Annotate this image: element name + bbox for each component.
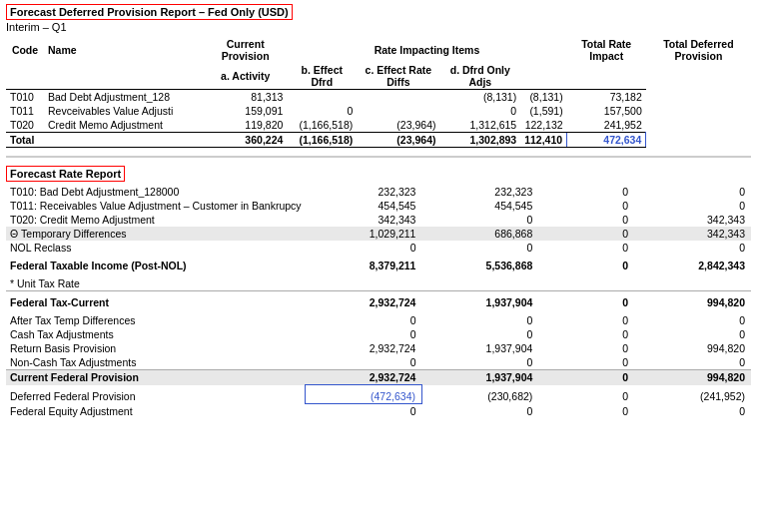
rate-table-row: After Tax Temp Differences0000 xyxy=(6,309,751,327)
rate-table-row: NOL Reclass0000 xyxy=(6,241,751,255)
top-report-section: Forecast Deferred Provision Report – Fed… xyxy=(6,4,751,148)
total-row: Total 360,224 (1,166,518) (23,964) 1,302… xyxy=(6,133,751,148)
row-t011-c: 0 xyxy=(439,104,520,118)
rate-row-label: Θ Temporary Differences xyxy=(6,227,306,241)
rate-row-c3: 0 xyxy=(538,199,634,213)
row-t020-a: (1,166,518) xyxy=(287,118,357,133)
row-t011-code: T011 xyxy=(6,104,44,118)
col-b-header: b. Effect Dfrd xyxy=(287,63,357,90)
rate-row-label: Deferred Federal Provision xyxy=(6,385,306,404)
row-t010-current: 81,313 xyxy=(204,90,287,105)
rate-row-c2: 1,937,904 xyxy=(421,370,538,385)
rate-row-c4: (241,952) xyxy=(634,385,751,404)
table-row: T020 Credit Memo Adjustment 119,820 (1,1… xyxy=(6,118,751,133)
table-header-row1: Code Name Current Provision Rate Impacti… xyxy=(6,37,751,63)
rate-row-c3: 0 xyxy=(538,291,634,310)
rate-row-c4 xyxy=(634,272,751,291)
row-t010-name: Bad Debt Adjustment_128 xyxy=(44,90,204,105)
rate-row-label: Federal Equity Adjustment xyxy=(6,404,306,419)
rate-row-c4: 0 xyxy=(634,185,751,199)
total-deferred: 472,634 xyxy=(567,133,646,148)
rate-row-c4: 0 xyxy=(634,309,751,327)
row-t011-total: 157,500 xyxy=(567,104,646,118)
table-row: T010 Bad Debt Adjustment_128 81,313 (8,1… xyxy=(6,90,751,105)
rate-row-c1: 0 xyxy=(306,327,422,341)
row-t010-a xyxy=(287,90,357,105)
rate-row-c2: 1,937,904 xyxy=(421,341,538,355)
row-t020-b: (23,964) xyxy=(357,118,439,133)
rate-row-c1: 0 xyxy=(306,309,422,327)
rate-table-row: Deferred Federal Provision(472,634)(230,… xyxy=(6,385,751,404)
rate-table-row: T011: Receivables Value Adjustment – Cus… xyxy=(6,199,751,213)
rate-row-c3: 0 xyxy=(538,309,634,327)
rate-row-c3: 0 xyxy=(538,341,634,355)
total-label: Total xyxy=(6,133,204,148)
row-t010-b xyxy=(357,90,439,105)
rate-row-c4: 994,820 xyxy=(634,370,751,385)
col-tri-sub xyxy=(520,63,566,90)
rate-table-row: Federal Tax-Current2,932,7241,937,904099… xyxy=(6,291,751,310)
rate-row-c2: 0 xyxy=(421,355,538,370)
rate-row-c1: 0 xyxy=(306,241,422,255)
rate-row-c2 xyxy=(421,272,538,291)
rate-row-c2: 232,323 xyxy=(421,185,538,199)
rate-table-row: Federal Equity Adjustment0000 xyxy=(6,404,751,419)
rate-row-c1: 2,932,724 xyxy=(306,370,422,385)
col-current-header: Current Provision xyxy=(204,37,287,63)
rate-row-c3: 0 xyxy=(538,227,634,241)
rate-row-c2: 686,868 xyxy=(421,227,538,241)
rate-row-c1: 2,932,724 xyxy=(306,341,422,355)
row-t020-total: 241,952 xyxy=(567,118,646,133)
rate-table-row: Non-Cash Tax Adjustments0000 xyxy=(6,355,751,370)
table-row: T011 Revceivables Value Adjusti 159,091 … xyxy=(6,104,751,118)
rate-row-label: Federal Tax-Current xyxy=(6,291,306,310)
row-t011-current: 159,091 xyxy=(204,104,287,118)
rate-row-c4: 994,820 xyxy=(634,291,751,310)
total-c: 1,302,893 xyxy=(439,133,520,148)
col-name-sub xyxy=(44,63,204,90)
rate-row-c3: 0 xyxy=(538,385,634,404)
rate-row-c3 xyxy=(538,272,634,291)
rate-row-c2: 0 xyxy=(421,213,538,227)
rate-row-c3: 0 xyxy=(538,241,634,255)
rate-row-c4: 0 xyxy=(634,404,751,419)
row-t020-current: 119,820 xyxy=(204,118,287,133)
rate-row-c1: 342,343 xyxy=(306,213,422,227)
row-t011-b xyxy=(357,104,439,118)
row-t020-name: Credit Memo Adjustment xyxy=(44,118,204,133)
rate-row-c2: 0 xyxy=(421,241,538,255)
rate-row-c2: 5,536,868 xyxy=(421,255,538,272)
total-a: (1,166,518) xyxy=(287,133,357,148)
rate-row-c1: 0 xyxy=(306,355,422,370)
rate-row-c4: 342,343 xyxy=(634,227,751,241)
top-report-title: Forecast Deferred Provision Report – Fed… xyxy=(6,4,293,20)
rate-row-label: * Unit Tax Rate xyxy=(6,272,306,291)
col-tdp-sub xyxy=(567,63,646,90)
rate-report-section: Forecast Rate Report T010: Bad Debt Adju… xyxy=(6,166,751,418)
rate-row-c3: 0 xyxy=(538,404,634,419)
row-t010-c: (8,131) xyxy=(439,90,520,105)
col-rate-header: Rate Impacting Items xyxy=(287,37,566,63)
rate-row-c1: 232,323 xyxy=(306,185,422,199)
rate-row-c3: 0 xyxy=(538,185,634,199)
rate-row-c1: 1,029,211 xyxy=(306,227,422,241)
rate-row-c1: 8,379,211 xyxy=(306,255,422,272)
table-header-row2: a. Activity b. Effect Dfrd c. Effect Rat… xyxy=(6,63,751,90)
rate-row-c4: 342,343 xyxy=(634,213,751,227)
rate-row-c2: 1,937,904 xyxy=(421,291,538,310)
rate-row-label: After Tax Temp Differences xyxy=(6,309,306,327)
row-t011-a: 0 xyxy=(287,104,357,118)
rate-report-title: Forecast Rate Report xyxy=(6,166,125,182)
rate-row-c2: 0 xyxy=(421,404,538,419)
top-report-table: Code Name Current Provision Rate Impacti… xyxy=(6,37,751,148)
rate-table-row: * Unit Tax Rate xyxy=(6,272,751,291)
rate-report-table: T010: Bad Debt Adjustment_128000232,3232… xyxy=(6,185,751,418)
row-t020-c: 1,312,615 xyxy=(439,118,520,133)
col-code-header: Code xyxy=(6,37,44,63)
row-t020-d: 122,132 xyxy=(520,118,566,133)
row-t011-d: (1,591) xyxy=(520,104,566,118)
rate-row-c4: 0 xyxy=(634,199,751,213)
col-total-rate-header: Total Rate Impact xyxy=(567,37,646,63)
row-t020-code: T020 xyxy=(6,118,44,133)
row-t011-name: Revceivables Value Adjusti xyxy=(44,104,204,118)
